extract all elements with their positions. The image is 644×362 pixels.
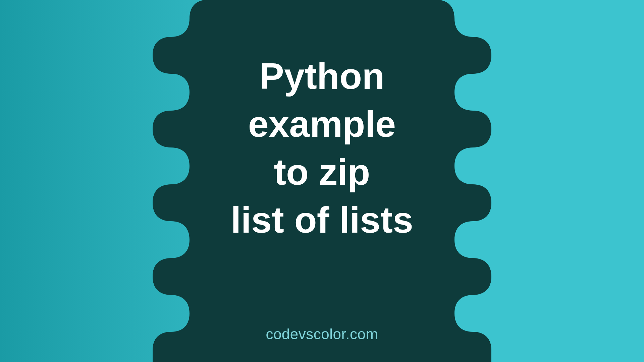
banner-graphic: Python example to zip list of lists code… [0, 0, 644, 362]
banner-title: Python example to zip list of lists [171, 52, 473, 244]
title-line: list of lists [231, 199, 413, 240]
title-line: to zip [274, 151, 370, 192]
site-name: codevscolor.com [266, 326, 378, 343]
title-line: Python [260, 55, 385, 97]
title-line: example [248, 103, 396, 144]
